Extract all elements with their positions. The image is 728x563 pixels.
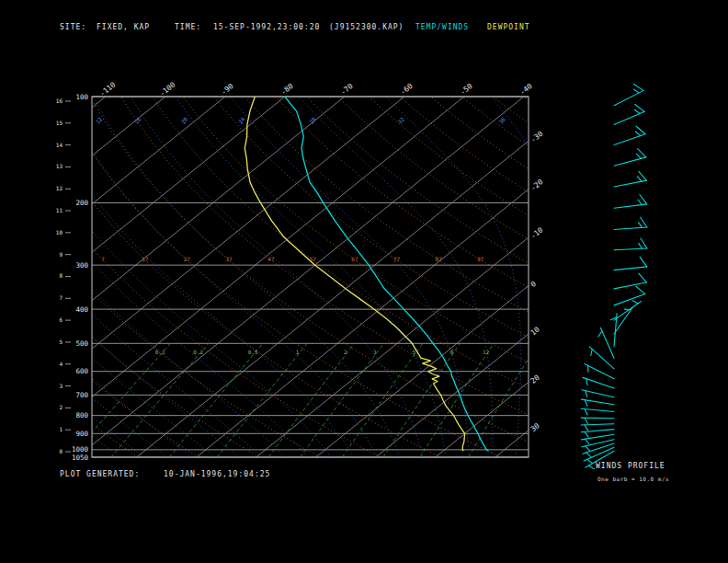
- svg-text:17: 17: [142, 256, 149, 262]
- wind-barbs: [581, 84, 647, 468]
- svg-text:600: 600: [75, 367, 88, 375]
- mixing-ratio-lines: [71, 343, 539, 457]
- svg-text:0: 0: [59, 448, 63, 454]
- isotherms: [0, 97, 728, 457]
- svg-text:2: 2: [344, 349, 347, 355]
- svg-text:-60: -60: [399, 82, 415, 97]
- height-labels: 012345678910111213141516: [56, 98, 63, 454]
- winds-scale-note: One barb = 10.0 m/s: [597, 476, 669, 482]
- svg-text:37: 37: [225, 256, 233, 262]
- svg-text:3: 3: [373, 349, 377, 355]
- svg-text:8: 8: [450, 349, 454, 355]
- svg-text:9: 9: [59, 251, 63, 258]
- svg-text:1: 1: [59, 426, 63, 432]
- svg-text:-50: -50: [459, 82, 474, 97]
- svg-text:87: 87: [436, 256, 443, 262]
- svg-text:6: 6: [59, 316, 63, 323]
- svg-text:11: 11: [56, 207, 63, 213]
- isotherm-top-labels: -110-100-90-80-70-60-50-40: [98, 80, 534, 98]
- svg-text:800: 800: [75, 411, 88, 419]
- svg-text:67: 67: [351, 256, 358, 262]
- svg-text:-90: -90: [220, 82, 235, 97]
- svg-text:100: 100: [75, 93, 88, 101]
- svg-text:16: 16: [56, 98, 63, 104]
- pressure-labels: 10020030040050060070080090010001050: [72, 93, 89, 462]
- svg-text:7: 7: [101, 256, 105, 262]
- svg-text:13: 13: [56, 163, 63, 169]
- svg-text:0.2: 0.2: [193, 349, 203, 355]
- svg-text:400: 400: [75, 305, 88, 314]
- svg-text:2: 2: [59, 404, 63, 410]
- svg-text:32: 32: [396, 116, 405, 125]
- plot-generated-label: PLOT GENERATED:: [60, 470, 140, 478]
- svg-text:-100: -100: [158, 80, 177, 98]
- svg-text:0.1: 0.1: [155, 349, 165, 355]
- height-ticks: [65, 101, 71, 452]
- plot-generated-value: 10-JAN-1996,19:04:25: [164, 470, 270, 478]
- svg-text:-10: -10: [529, 225, 545, 240]
- svg-text:27: 27: [184, 256, 191, 262]
- svg-text:0.5: 0.5: [248, 349, 258, 355]
- moist-adiabats: [0, 97, 558, 457]
- svg-text:24: 24: [237, 116, 246, 125]
- svg-text:1: 1: [296, 349, 300, 355]
- svg-text:-40: -40: [518, 82, 534, 97]
- svg-text:700: 700: [75, 391, 88, 399]
- svg-text:12: 12: [483, 349, 490, 355]
- winds-profile-title: WINDS PROFILE: [596, 462, 665, 470]
- svg-text:300: 300: [75, 261, 88, 270]
- svg-text:900: 900: [75, 430, 88, 438]
- svg-text:14: 14: [56, 142, 63, 148]
- svg-text:10: 10: [56, 229, 63, 236]
- svg-text:-110: -110: [98, 80, 118, 98]
- svg-text:10: 10: [529, 325, 541, 337]
- isotherm-right-labels: -30-20-100102030: [529, 130, 545, 434]
- svg-text:20: 20: [529, 373, 541, 385]
- svg-text:3: 3: [59, 383, 63, 389]
- svg-text:8: 8: [59, 272, 63, 279]
- dry-adiabats: [0, 97, 728, 457]
- svg-text:-80: -80: [279, 82, 295, 97]
- svg-text:28: 28: [308, 116, 317, 125]
- svg-text:47: 47: [267, 256, 275, 262]
- svg-text:15: 15: [56, 120, 63, 126]
- svg-text:200: 200: [75, 199, 88, 207]
- svg-text:12: 12: [56, 185, 63, 191]
- svg-text:1050: 1050: [72, 454, 89, 462]
- svg-text:4: 4: [59, 361, 63, 367]
- svg-text:-70: -70: [339, 82, 355, 97]
- svg-text:-20: -20: [529, 178, 545, 192]
- dewpoint-curve: [245, 97, 464, 451]
- svg-text:0: 0: [529, 280, 539, 289]
- svg-text:-30: -30: [529, 130, 545, 144]
- dry-adiabat-labels: 7172737475767778797: [101, 256, 484, 262]
- svg-text:12: 12: [94, 116, 103, 125]
- skewt-screen: { "header": { "site_label": "SITE:", "si…: [0, 0, 728, 563]
- svg-text:20: 20: [179, 116, 188, 125]
- svg-text:16: 16: [133, 116, 142, 125]
- svg-text:77: 77: [393, 256, 401, 262]
- svg-text:97: 97: [477, 256, 484, 262]
- svg-text:500: 500: [75, 339, 88, 348]
- svg-text:30: 30: [529, 421, 541, 433]
- svg-text:7: 7: [59, 294, 63, 301]
- svg-text:5: 5: [59, 339, 63, 345]
